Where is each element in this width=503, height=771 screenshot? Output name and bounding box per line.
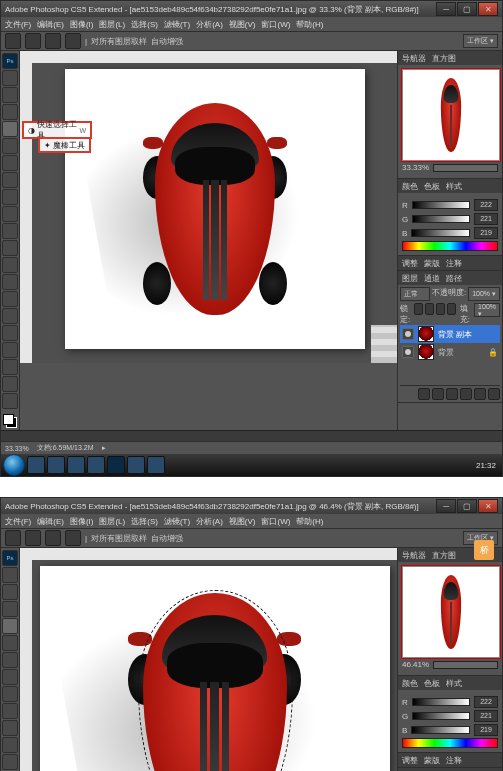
taskbar-photoshop-icon[interactable] (107, 456, 125, 474)
tab-histogram[interactable]: 直方图 (432, 550, 456, 561)
opacity-input[interactable]: 100% ▾ (468, 287, 500, 301)
green-value[interactable]: 221 (474, 213, 498, 225)
menu-analysis[interactable]: 分析(A) (196, 19, 223, 30)
menu-view[interactable]: 视图(V) (229, 516, 256, 527)
adjust-layer-icon[interactable] (446, 388, 458, 400)
tab-style[interactable]: 样式 (446, 181, 462, 192)
taskbar-app-icon[interactable] (87, 456, 105, 474)
nav-zoom-slider[interactable] (433, 661, 498, 669)
menu-edit[interactable]: 编辑(E) (37, 516, 64, 527)
tab-style[interactable]: 样式 (446, 678, 462, 689)
menu-layer[interactable]: 图层(L) (99, 516, 125, 527)
menu-file[interactable]: 文件(F) (5, 516, 31, 527)
tab-mask[interactable]: 蒙版 (424, 755, 440, 766)
green-slider[interactable] (412, 215, 470, 223)
tool-preset-icon[interactable] (5, 530, 21, 546)
opt-sample-all[interactable]: 对所有图层取样 (91, 533, 147, 544)
menu-select[interactable]: 选择(S) (131, 516, 158, 527)
tab-swatch[interactable]: 色板 (424, 181, 440, 192)
eraser-tool[interactable] (2, 737, 18, 753)
menu-help[interactable]: 帮助(H) (296, 516, 323, 527)
quick-select-tool[interactable] (2, 121, 18, 137)
titlebar[interactable]: Adobe Photoshop CS5 Extended - [ae5153de… (1, 498, 502, 514)
red-value[interactable]: 222 (474, 199, 498, 211)
blue-slider[interactable] (411, 726, 470, 734)
tab-note[interactable]: 注释 (446, 258, 462, 269)
close-button[interactable]: ✕ (478, 499, 498, 513)
opt-auto-enhance[interactable]: 自动增强 (151, 533, 183, 544)
lock-transparent-icon[interactable] (414, 303, 423, 315)
navigator-preview[interactable] (402, 566, 500, 658)
maximize-button[interactable]: ▢ (457, 2, 477, 16)
fx-icon[interactable] (418, 388, 430, 400)
tab-navigator[interactable]: 导航器 (402, 550, 426, 561)
tab-histogram[interactable]: 直方图 (432, 53, 456, 64)
type-tool[interactable] (2, 325, 18, 341)
menu-help[interactable]: 帮助(H) (296, 19, 323, 30)
menu-filter[interactable]: 滤镜(T) (164, 516, 190, 527)
document-canvas[interactable] (40, 566, 390, 771)
taskbar-app-icon[interactable] (127, 456, 145, 474)
hand-tool[interactable] (2, 376, 18, 392)
stamp-tool[interactable] (2, 206, 18, 222)
opt-sample-all[interactable]: 对所有图层取样 (91, 36, 147, 47)
lock-position-icon[interactable] (436, 303, 445, 315)
shape-tool[interactable] (2, 359, 18, 375)
tab-adjust[interactable]: 调整 (402, 755, 418, 766)
red-value[interactable]: 222 (474, 696, 498, 708)
tab-color[interactable]: 颜色 (402, 181, 418, 192)
taskbar-app-icon[interactable] (147, 456, 165, 474)
menu-view[interactable]: 视图(V) (229, 19, 256, 30)
crop-tool[interactable] (2, 635, 18, 651)
stamp-tool[interactable] (2, 703, 18, 719)
scrollbar[interactable] (1, 430, 502, 441)
zoom-value[interactable]: 33.33% (5, 445, 29, 452)
red-slider[interactable] (412, 201, 470, 209)
mask-icon[interactable] (432, 388, 444, 400)
eyedropper-tool[interactable] (2, 155, 18, 171)
subtract-selection-icon[interactable] (65, 33, 81, 49)
menu-layer[interactable]: 图层(L) (99, 19, 125, 30)
tab-paths[interactable]: 路径 (446, 273, 462, 284)
opt-auto-enhance[interactable]: 自动增强 (151, 36, 183, 47)
lasso-tool[interactable] (2, 601, 18, 617)
brush-preset-icon[interactable] (25, 33, 41, 49)
group-icon[interactable] (460, 388, 472, 400)
nav-zoom-slider[interactable] (433, 164, 498, 172)
tab-note[interactable]: 注释 (446, 755, 462, 766)
menu-filter[interactable]: 滤镜(T) (164, 19, 190, 30)
maximize-button[interactable]: ▢ (457, 499, 477, 513)
menu-window[interactable]: 窗口(W) (261, 19, 290, 30)
tab-swatch[interactable]: 色板 (424, 678, 440, 689)
zoom-tool[interactable] (2, 393, 18, 409)
workspace-switcher[interactable]: 工作区 ▾ (463, 34, 498, 48)
tab-layers[interactable]: 图层 (402, 273, 418, 284)
taskbar-clock[interactable]: 21:32 (472, 461, 500, 470)
minimize-button[interactable]: ─ (436, 2, 456, 16)
add-selection-icon[interactable] (45, 33, 61, 49)
marquee-tool[interactable] (2, 584, 18, 600)
gradient-tool[interactable] (2, 754, 18, 770)
tab-adjust[interactable]: 调整 (402, 258, 418, 269)
crop-tool[interactable] (2, 138, 18, 154)
move-tool[interactable] (2, 70, 18, 86)
hue-strip[interactable] (402, 241, 498, 251)
lock-pixels-icon[interactable] (425, 303, 434, 315)
pen-tool[interactable] (2, 308, 18, 324)
canvas-area[interactable] (20, 548, 397, 771)
move-tool[interactable] (2, 567, 18, 583)
canvas-area[interactable]: ◑ 快速选择工具W ✦ 魔棒工具 (20, 51, 397, 363)
blue-value[interactable]: 219 (474, 227, 498, 239)
lock-all-icon[interactable] (447, 303, 456, 315)
visibility-icon[interactable] (402, 346, 414, 358)
healing-tool[interactable] (2, 669, 18, 685)
taskbar-explorer-icon[interactable] (27, 456, 45, 474)
healing-tool[interactable] (2, 172, 18, 188)
blue-slider[interactable] (411, 229, 470, 237)
new-layer-icon[interactable] (474, 388, 486, 400)
taskbar-app-icon[interactable] (67, 456, 85, 474)
visibility-icon[interactable] (402, 328, 414, 340)
marquee-tool[interactable] (2, 87, 18, 103)
minimize-button[interactable]: ─ (436, 499, 456, 513)
tab-channels[interactable]: 通道 (424, 273, 440, 284)
